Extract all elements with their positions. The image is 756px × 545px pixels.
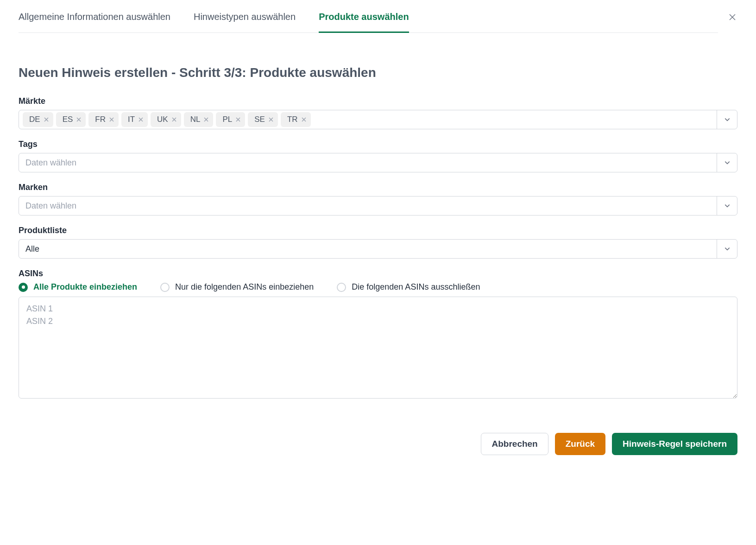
footer-actions: Abbrechen Zurück Hinweis-Regel speichern bbox=[19, 433, 737, 455]
market-chip-label: UK bbox=[157, 115, 168, 124]
field-brands: Marken Daten wählen bbox=[19, 183, 737, 215]
cancel-button[interactable]: Abbrechen bbox=[481, 433, 548, 455]
brands-label: Marken bbox=[19, 183, 737, 192]
tab-alert-types[interactable]: Hinweistypen auswählen bbox=[194, 12, 296, 33]
product-list-label: Produktliste bbox=[19, 226, 737, 235]
asins-label: ASINs bbox=[19, 269, 737, 279]
markets-multiselect[interactable]: DEESFRITUKNLPLSETR bbox=[19, 110, 737, 129]
field-tags: Tags Daten wählen bbox=[19, 139, 737, 172]
market-chip: DE bbox=[23, 112, 53, 127]
market-chip: FR bbox=[88, 112, 119, 127]
brands-select[interactable]: Daten wählen bbox=[19, 196, 737, 215]
brands-placeholder: Daten wählen bbox=[25, 201, 76, 211]
radio-label: Nur die folgenden ASINs einbeziehen bbox=[175, 282, 314, 292]
market-chip: NL bbox=[184, 112, 214, 127]
asins-textarea[interactable] bbox=[19, 297, 737, 399]
product-list-value: Alle bbox=[25, 244, 39, 254]
market-chip-label: NL bbox=[190, 115, 201, 124]
markets-label: Märkte bbox=[19, 96, 737, 106]
market-chip: ES bbox=[56, 112, 86, 127]
tags-select[interactable]: Daten wählen bbox=[19, 153, 737, 172]
radio-exclude[interactable]: Die folgenden ASINs ausschließen bbox=[337, 282, 480, 292]
asins-radio-group: Alle Produkte einbeziehen Nur die folgen… bbox=[19, 282, 737, 292]
wizard-tabs: Allgemeine Informationen auswählen Hinwe… bbox=[19, 12, 718, 33]
market-chip-label: TR bbox=[287, 115, 298, 124]
market-chip: SE bbox=[248, 112, 278, 127]
market-chip-label: ES bbox=[63, 115, 73, 124]
tags-label: Tags bbox=[19, 139, 737, 149]
remove-icon[interactable] bbox=[172, 116, 176, 123]
chevron-down-icon[interactable] bbox=[717, 153, 737, 172]
radio-include-only[interactable]: Nur die folgenden ASINs einbeziehen bbox=[160, 282, 314, 292]
market-chip: TR bbox=[281, 112, 311, 127]
market-chip-label: IT bbox=[128, 115, 135, 124]
radio-icon bbox=[19, 283, 28, 292]
market-chip-label: PL bbox=[222, 115, 232, 124]
market-chip-label: DE bbox=[29, 115, 40, 124]
radio-label: Die folgenden ASINs ausschließen bbox=[352, 282, 480, 292]
save-button[interactable]: Hinweis-Regel speichern bbox=[612, 433, 737, 455]
radio-icon bbox=[160, 283, 170, 292]
field-product-list: Produktliste Alle bbox=[19, 226, 737, 259]
remove-icon[interactable] bbox=[44, 116, 49, 123]
product-list-select[interactable]: Alle bbox=[19, 239, 737, 259]
market-chip: UK bbox=[151, 112, 181, 127]
radio-include-all[interactable]: Alle Produkte einbeziehen bbox=[19, 282, 137, 292]
market-chip-label: SE bbox=[254, 115, 265, 124]
remove-icon[interactable] bbox=[236, 116, 240, 123]
remove-icon[interactable] bbox=[302, 116, 306, 123]
market-chip: PL bbox=[216, 112, 245, 127]
market-chip-label: FR bbox=[95, 115, 106, 124]
remove-icon[interactable] bbox=[269, 116, 273, 123]
radio-icon bbox=[337, 283, 346, 292]
chevron-down-icon[interactable] bbox=[717, 196, 737, 215]
remove-icon[interactable] bbox=[139, 116, 143, 123]
back-button[interactable]: Zurück bbox=[555, 433, 605, 455]
tab-general-info[interactable]: Allgemeine Informationen auswählen bbox=[19, 12, 170, 33]
radio-label: Alle Produkte einbeziehen bbox=[33, 282, 137, 292]
chevron-down-icon[interactable] bbox=[717, 240, 737, 258]
chevron-down-icon[interactable] bbox=[717, 110, 737, 129]
remove-icon[interactable] bbox=[204, 116, 208, 123]
market-chip: IT bbox=[121, 112, 148, 127]
tab-select-products[interactable]: Produkte auswählen bbox=[319, 12, 409, 33]
field-asins: ASINs Alle Produkte einbeziehen Nur die … bbox=[19, 269, 737, 400]
remove-icon[interactable] bbox=[109, 116, 114, 123]
close-icon[interactable] bbox=[727, 12, 737, 24]
field-markets: Märkte DEESFRITUKNLPLSETR bbox=[19, 96, 737, 129]
page-title: Neuen Hinweis erstellen - Schritt 3/3: P… bbox=[19, 65, 737, 80]
remove-icon[interactable] bbox=[76, 116, 81, 123]
tags-placeholder: Daten wählen bbox=[25, 158, 76, 168]
